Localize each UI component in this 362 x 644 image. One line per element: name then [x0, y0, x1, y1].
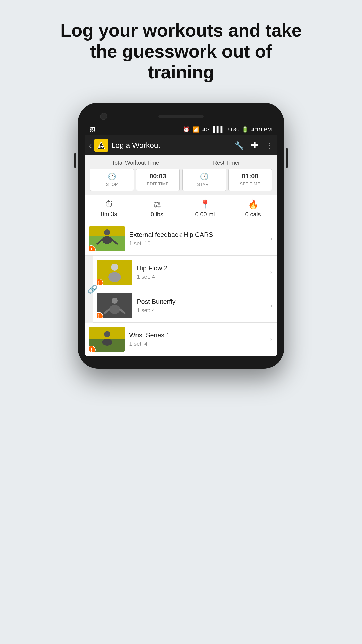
clock-time: 4:19 PM	[251, 126, 272, 133]
weight-icon: ⚖	[153, 199, 161, 209]
rest-timer-controls: 🕐 START 01:00 SET TIME	[182, 169, 272, 191]
battery-icon: 🔋	[242, 126, 248, 133]
svg-point-10	[111, 264, 118, 271]
exercise-item-4[interactable]: ! Wrist Series 1 1 set: 4 ›	[85, 323, 277, 356]
calories-stat: 🔥 0 cals	[229, 199, 277, 218]
add-button[interactable]: ✚	[251, 140, 258, 151]
exercise-name-1: External feedback Hip CARS	[129, 231, 270, 239]
grouped-exercises: ! Hip Flow 2 1 set: 4 ›	[93, 256, 277, 323]
phone-mockup: 🖼 ⏰ 📶 4G ▌▌▌ 56% 🔋 4:19 PM ‹	[78, 103, 284, 369]
exercise-sets-3: 1 set: 4	[137, 307, 270, 314]
chevron-icon-3: ›	[270, 302, 273, 310]
battery-percent: 56%	[228, 126, 239, 133]
side-button-power	[286, 148, 288, 168]
start-label: START	[197, 182, 211, 187]
timer-section: Total Workout Time Rest Timer 🕐 STOP 00:…	[85, 155, 277, 195]
location-icon: 📍	[200, 199, 210, 209]
phone-top-bar	[85, 110, 277, 124]
notification-icon: 🖼	[90, 127, 96, 132]
wrench-icon[interactable]: 🔧	[235, 141, 244, 150]
calories-value: 0 cals	[245, 211, 261, 218]
app-logo: FS	[94, 139, 108, 152]
set-time-value: 01:00	[242, 172, 259, 180]
exercise-group: 🔗 !	[85, 256, 277, 323]
stopwatch-icon: ⏱	[105, 199, 113, 209]
exercise-sets-2: 1 set: 4	[137, 274, 270, 280]
status-bar-left: 🖼	[90, 127, 96, 132]
phone-outer: 🖼 ⏰ 📶 4G ▌▌▌ 56% 🔋 4:19 PM ‹	[78, 103, 284, 369]
status-bar-right: ⏰ 📶 4G ▌▌▌ 56% 🔋 4:19 PM	[183, 126, 272, 133]
distance-value: 0.00 mi	[195, 211, 215, 218]
stats-row: ⏱ 0m 3s ⚖ 0 lbs 📍 0.00 mi 🔥 0 cals	[85, 195, 277, 222]
exercise-thumbnail-1: !	[89, 226, 125, 251]
chevron-icon-4: ›	[270, 335, 273, 343]
duration-stat: ⏱ 0m 3s	[85, 199, 133, 218]
more-options-button[interactable]: ⋮	[265, 141, 273, 150]
toolbar-title: Log a Workout	[111, 141, 235, 150]
distance-stat: 📍 0.00 mi	[181, 199, 229, 218]
exercise-list: ! External feedback Hip CARS 1 set: 10 ›…	[85, 222, 277, 356]
exercise-name-2: Hip Flow 2	[137, 264, 270, 272]
exercise-info-2: Hip Flow 2 1 set: 4	[137, 264, 270, 280]
toolbar-actions: 🔧 ✚ ⋮	[235, 140, 273, 151]
exercise-info-1: External feedback Hip CARS 1 set: 10	[129, 231, 270, 247]
exercise-thumbnail-4: !	[89, 327, 125, 352]
rest-timer-header: Rest Timer	[181, 159, 272, 166]
svg-point-5	[104, 229, 110, 235]
svg-point-13	[112, 298, 118, 304]
svg-point-19	[104, 331, 110, 337]
app-toolbar: ‹ FS Log a Workout 🔧 ✚ ⋮	[85, 135, 277, 155]
start-clock-icon: 🕐	[200, 172, 209, 181]
weight-stat: ⚖ 0 lbs	[133, 199, 181, 218]
stop-button[interactable]: 🕐 STOP	[90, 169, 134, 191]
start-button[interactable]: 🕐 START	[182, 169, 226, 191]
exercise-thumbnail-2: !	[97, 260, 132, 285]
svg-point-11	[108, 272, 121, 282]
weight-value: 0 lbs	[151, 211, 163, 218]
edit-time-value: 00:03	[150, 172, 166, 180]
stop-clock-icon: 🕐	[108, 172, 116, 181]
exercise-thumbnail-3: !	[97, 293, 132, 318]
svg-point-14	[109, 305, 120, 314]
flame-icon: 🔥	[248, 199, 258, 209]
edit-time-button[interactable]: 00:03 EDIT TIME	[136, 169, 180, 191]
exercise-info-4: Wrist Series 1 1 set: 4	[129, 331, 270, 347]
total-workout-header: Total Workout Time	[90, 159, 181, 166]
headline-text: Log your workouts and take the guesswork…	[60, 20, 302, 82]
exercise-name-4: Wrist Series 1	[129, 331, 270, 339]
timer-headers: Total Workout Time Rest Timer	[90, 159, 272, 166]
stop-label: STOP	[106, 182, 118, 187]
exercise-name-3: Post Butterfly	[137, 298, 270, 306]
signal-bars-icon: ▌▌▌	[213, 126, 224, 133]
exercise-sets-4: 1 set: 4	[129, 341, 270, 347]
duration-value: 0m 3s	[101, 211, 117, 218]
svg-point-6	[102, 236, 112, 244]
speaker-grille	[158, 115, 204, 118]
exercise-info-3: Post Butterfly 1 set: 4	[137, 298, 270, 314]
set-time-label: SET TIME	[240, 182, 260, 187]
chevron-icon-2: ›	[270, 268, 273, 276]
chevron-icon-1: ›	[270, 235, 273, 243]
chain-link-icon: 🔗	[87, 284, 98, 294]
workout-timer-controls: 🕐 STOP 00:03 EDIT TIME	[90, 169, 180, 191]
timer-buttons-row: 🕐 STOP 00:03 EDIT TIME 🕐 START	[90, 169, 272, 191]
svg-point-20	[102, 339, 112, 346]
headline: Log your workouts and take the guesswork…	[30, 0, 332, 98]
edit-time-label: EDIT TIME	[147, 182, 169, 187]
exercise-item-2[interactable]: ! Hip Flow 2 1 set: 4 ›	[93, 256, 277, 289]
phone-screen: 🖼 ⏰ 📶 4G ▌▌▌ 56% 🔋 4:19 PM ‹	[85, 124, 277, 356]
set-time-button[interactable]: 01:00 SET TIME	[228, 169, 272, 191]
signal-label: 4G	[202, 126, 210, 133]
exercise-sets-1: 1 set: 10	[129, 240, 270, 247]
wifi-icon: 📶	[193, 126, 199, 133]
exercise-item-1[interactable]: ! External feedback Hip CARS 1 set: 10 ›	[85, 222, 277, 256]
exercise-item-3[interactable]: ! Post Butterfly 1 set: 4 ›	[93, 289, 277, 323]
front-camera	[100, 113, 107, 120]
side-button-volume	[74, 153, 76, 168]
back-button[interactable]: ‹	[89, 141, 92, 150]
svg-text:FS: FS	[99, 146, 103, 149]
alarm-icon: ⏰	[183, 126, 190, 133]
status-bar: 🖼 ⏰ 📶 4G ▌▌▌ 56% 🔋 4:19 PM	[85, 124, 277, 135]
